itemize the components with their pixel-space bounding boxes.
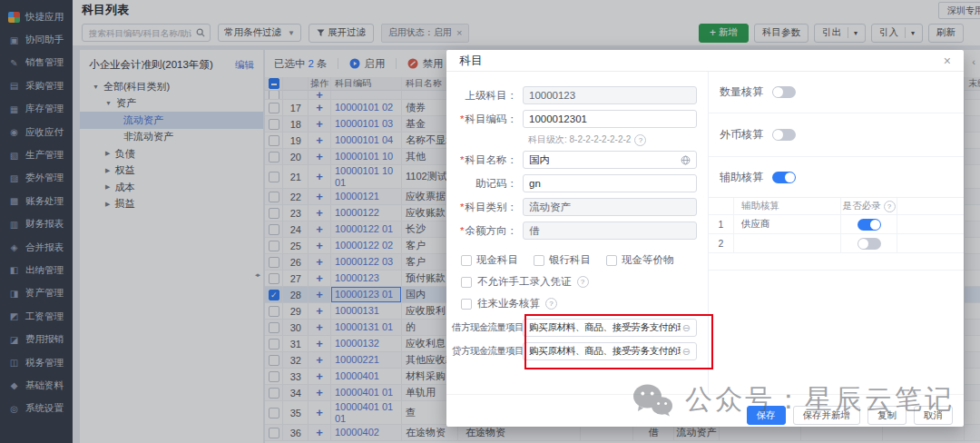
aux-table-footer-space [709, 253, 964, 271]
parent-account-label: 上级科目： [452, 89, 517, 103]
category-field: 流动资产 [523, 198, 697, 216]
biz-accounting-row: 往来业务核算 ? [452, 297, 708, 310]
biz-label: 往来业务核算 [477, 297, 540, 310]
remove-circle-icon[interactable]: ⊖ [682, 322, 691, 334]
type-checkbox-label: 现金等价物 [622, 253, 674, 267]
aux-row-name[interactable]: 供应商 [734, 215, 841, 233]
aux-table-header: 辅助核算 是否必录 ? [709, 198, 964, 215]
close-icon[interactable]: × [944, 54, 951, 67]
fx-toggle[interactable] [772, 129, 796, 141]
fx-toggle-label: 外币核算 [720, 127, 763, 143]
modal-title: 科目 [459, 53, 483, 69]
modal-footer-button-label: 保存并新增 [803, 409, 851, 420]
quantity-toggle[interactable] [772, 86, 796, 98]
modal-footer-button-label: 复制 [877, 409, 897, 420]
no-manual-label: 不允许手工录入凭证 [477, 275, 572, 289]
quantity-toggle-label: 数量核算 [720, 84, 763, 100]
direction-label: *余额方向： [452, 224, 517, 238]
debit-cashflow-label: 借方现金流量项目： [452, 321, 517, 334]
modal-right-panel: 数量核算 外币核算 辅助核算 辅助核算 是否必录 [708, 72, 964, 394]
modal-footer-button[interactable]: 保存并新增 [793, 406, 861, 425]
aux-table-row[interactable]: 1 供应商 [709, 215, 964, 234]
help-icon[interactable]: ? [884, 201, 896, 212]
quantity-accounting-section: 数量核算 [709, 72, 964, 113]
form-row-mnemonic: 助记码： gn [452, 174, 708, 192]
type-checkbox-label: 银行科目 [549, 253, 591, 267]
modal-body: 上级科目： 10000123 *科目编码： 1000012301 科目级次: 8… [446, 72, 964, 394]
modal-footer-button[interactable]: 保存 [747, 406, 786, 425]
type-checkbox-item[interactable]: 现金科目 [461, 253, 518, 267]
help-icon[interactable]: ? [545, 298, 557, 310]
aux-header-required: 是否必录 ? [841, 198, 897, 214]
aux-accounting-section: 辅助核算 [709, 157, 964, 197]
remove-circle-icon[interactable]: ⊖ [682, 346, 691, 358]
checkbox-icon[interactable] [606, 255, 617, 266]
form-row-direction: *余额方向： 借 [452, 222, 708, 240]
required-toggle[interactable] [858, 219, 881, 231]
code-level-text: 科目级次: 8-2-2-2-2-2-2-2 [528, 133, 631, 146]
aux-toggle-label: 辅助核算 [720, 170, 763, 185]
mnemonic-field[interactable]: gn [523, 174, 697, 192]
aux-table-row[interactable]: 2 [709, 234, 964, 253]
aux-toggle[interactable] [772, 172, 796, 183]
type-checkbox-item[interactable]: 银行科目 [534, 253, 591, 267]
debit-cashflow-row: 借方现金流量项目： 购买原材料、商品、接受劳务支付的现金 ⊖ [452, 319, 708, 337]
globe-icon[interactable] [681, 155, 691, 165]
checkbox-icon[interactable] [461, 255, 472, 266]
credit-cashflow-label: 贷方现金流量项目： [452, 345, 517, 358]
modal-form: 上级科目： 10000123 *科目编码： 1000012301 科目级次: 8… [446, 72, 708, 394]
modal-header: 科目 × [446, 50, 964, 72]
account-name-value: 国内 [529, 153, 550, 167]
parent-account-field: 10000123 [523, 86, 697, 104]
help-icon[interactable]: ? [634, 134, 646, 146]
app-window: 快捷应用 ▣ 协同助手 ✎ 销售管理 ▤ 采购管理 ▦ [0, 0, 980, 443]
form-row-name: *科目名称： 国内 [452, 151, 708, 169]
fx-accounting-section: 外币核算 [709, 113, 964, 157]
modal-footer-button[interactable]: 取消 [914, 406, 953, 425]
aux-accounting-table: 辅助核算 是否必录 ? 1 供应商 [709, 197, 964, 271]
aux-row-index: 2 [709, 234, 734, 252]
modal-footer-button-label: 取消 [924, 409, 943, 420]
aux-header-index [709, 198, 734, 214]
aux-row-required [841, 234, 897, 252]
aux-row-name[interactable] [734, 234, 841, 252]
account-code-field[interactable]: 1000012301 [523, 110, 697, 128]
no-manual-checkbox[interactable] [461, 277, 472, 288]
category-label: *科目类别： [452, 201, 517, 214]
mnemonic-label: 助记码： [452, 177, 517, 191]
code-level-helper: 科目级次: 8-2-2-2-2-2-2-2 ? [452, 133, 708, 146]
credit-cashflow-value: 购买原材料、商品、接受劳务支付的现金 [529, 345, 681, 358]
account-name-field[interactable]: 国内 [523, 151, 697, 169]
no-manual-entry-row: 不允许手工录入凭证 ? [452, 275, 708, 289]
account-modal: 科目 × 上级科目： 10000123 *科目编码： 1000012301 科目… [446, 50, 964, 427]
account-code-label: *科目编码： [452, 113, 517, 126]
account-type-checkboxes: 现金科目 银行科目 现金等价物 [452, 253, 708, 267]
aux-required-label: 是否必录 [843, 200, 881, 212]
checkbox-icon[interactable] [534, 255, 544, 266]
modal-footer: 保存 保存并新增 复制 取消 [446, 394, 964, 427]
credit-cashflow-field[interactable]: 购买原材料、商品、接受劳务支付的现金 ⊖ [523, 342, 697, 360]
modal-footer-button[interactable]: 复制 [867, 406, 906, 425]
form-row-code: *科目编码： 1000012301 [452, 110, 708, 128]
type-checkbox-item[interactable]: 现金等价物 [606, 253, 674, 267]
credit-cashflow-row: 贷方现金流量项目： 购买原材料、商品、接受劳务支付的现金 ⊖ [452, 342, 708, 360]
cashflow-section: 借方现金流量项目： 购买原材料、商品、接受劳务支付的现金 ⊖ 贷方现金流量项目：… [452, 319, 708, 360]
required-toggle[interactable] [858, 238, 881, 250]
modal-footer-button-label: 保存 [757, 409, 776, 420]
biz-checkbox[interactable] [461, 299, 472, 310]
debit-cashflow-value: 购买原材料、商品、接受劳务支付的现金 [529, 321, 681, 334]
form-row-category: *科目类别： 流动资产 [452, 198, 708, 216]
aux-header-name: 辅助核算 [734, 198, 841, 214]
direction-field: 借 [523, 222, 697, 240]
form-row-parent: 上级科目： 10000123 [452, 86, 708, 104]
aux-row-index: 1 [709, 215, 734, 233]
account-name-label: *科目名称： [452, 153, 517, 167]
type-checkbox-label: 现金科目 [476, 253, 518, 267]
aux-row-required [841, 215, 897, 233]
debit-cashflow-field[interactable]: 购买原材料、商品、接受劳务支付的现金 ⊖ [523, 319, 697, 337]
help-icon[interactable]: ? [577, 276, 589, 288]
